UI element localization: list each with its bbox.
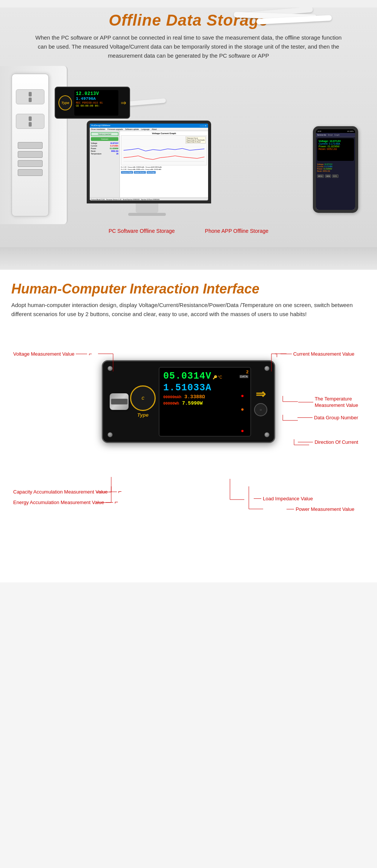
phone-status-bar: 12:00 4G 100% bbox=[316, 129, 355, 133]
chart-title: Voltage Current Graph bbox=[121, 132, 207, 134]
screw-br bbox=[264, 432, 270, 437]
lcd-power: 7.5990W bbox=[182, 400, 203, 406]
data-group-num: 2 bbox=[246, 370, 248, 374]
data-badge: DATA bbox=[239, 375, 248, 378]
screw-bl bbox=[107, 432, 113, 437]
serial-number: Serial Number 00000003 bbox=[123, 199, 139, 200]
annotation-diagram: Voltage Measurement Value ⌐ ┐ Current Me… bbox=[11, 330, 366, 575]
temp-row: Temperature 26 bbox=[91, 153, 118, 155]
voltage-line bbox=[76, 354, 87, 354]
pc-titlebar: RuiDengUSBMeter — □ ✕ bbox=[90, 124, 208, 128]
power-row: Power 01.8296W bbox=[91, 147, 118, 150]
lcd-voltage: 05.0314V bbox=[163, 371, 211, 382]
current-annotation-text: Current Measurement Value bbox=[293, 351, 354, 357]
data-group-annotation-text: Data Group Number bbox=[314, 415, 358, 420]
data-group-annotation: Data Group Number bbox=[297, 415, 358, 420]
pc-offline-label: PC Software Offline Storage bbox=[109, 228, 175, 234]
direction-arrow: ⇒ bbox=[256, 387, 266, 401]
energy-annotation-text: Energy Accumulation Measurement Value bbox=[13, 500, 104, 505]
current-line bbox=[280, 354, 292, 354]
direction-arrow-area: ⇒ ○ bbox=[254, 387, 267, 416]
device-logo-c: C bbox=[141, 396, 144, 400]
pc-left-panel: Device inserted Connect Voltage 10.6712V… bbox=[90, 131, 120, 197]
section-divider bbox=[0, 247, 377, 270]
pc-status-bar: Product Model TC66 Firmware Version 1.10… bbox=[90, 197, 208, 200]
chart-area: Clearance Curve Export Data To Thumbnail… bbox=[121, 135, 207, 165]
hci-title: Human-Computer Interaction Interface bbox=[11, 281, 366, 297]
mah-resistance-row: 00000mAh 3.3388Ω bbox=[163, 394, 247, 400]
impedance-annotation: Load Impedance Value bbox=[254, 496, 313, 501]
current-row: 1.51033A bbox=[163, 382, 247, 393]
voltage-annotation: Voltage Measurement Value ⌐ bbox=[13, 351, 92, 357]
small-line3: REC PERIOD:01S 01 bbox=[76, 101, 117, 104]
temp-c: °C bbox=[218, 375, 222, 379]
phone-offline-label: Phone APP Offline Storage bbox=[205, 228, 268, 234]
voltage-row: 05.0314V 🔑 °C bbox=[163, 371, 247, 382]
screw-tr bbox=[264, 366, 270, 371]
impedance-annotation-text: Load Impedance Value bbox=[263, 496, 313, 501]
temp-annotation: The TemperatureMeasurement Value bbox=[298, 396, 358, 409]
lcd-current: 1.51033A bbox=[163, 382, 211, 393]
screw-tl bbox=[107, 366, 113, 371]
lcd-wh: 00000Wh bbox=[163, 402, 179, 406]
badges-area: 2 DATA bbox=[239, 370, 248, 378]
firmware-version: Firmware Version 1.10 bbox=[106, 199, 121, 200]
power-annotation-text: Power Measurement Value bbox=[296, 506, 354, 512]
wh-power-row: 00000Wh 7.5990W bbox=[163, 400, 247, 406]
monitor-base bbox=[128, 213, 166, 216]
hci-description: Adopt human-computer interaction design,… bbox=[11, 301, 366, 319]
usb-tester-small: Type 12.0213V 1.49796A REC PERIOD:01S 01… bbox=[55, 87, 130, 119]
key-icon: 🔑 bbox=[213, 375, 217, 379]
current-row: Current 0.17148A bbox=[91, 145, 118, 147]
num-runs: Number Of Runs 00000346 bbox=[141, 199, 159, 200]
red-indicator2 bbox=[241, 430, 244, 432]
current-annotation: ┐ Current Measurement Value bbox=[275, 351, 354, 357]
right-button[interactable]: ○ bbox=[254, 403, 267, 416]
pc-window-controls: — □ ✕ bbox=[200, 124, 207, 127]
phone-mini-display: Voltage: 10.6712V Current: 0.17148A Powe… bbox=[317, 138, 354, 161]
direction-annotation-text: Direction Of Current bbox=[314, 439, 358, 445]
monitor-stand bbox=[136, 203, 158, 213]
red-indicator bbox=[241, 395, 244, 397]
energy-annotation: Energy Accumulation Measurement Value ⌐ bbox=[13, 499, 118, 506]
device-type-label: Type bbox=[137, 412, 149, 418]
lcd-resistance: 3.3388Ω bbox=[184, 394, 205, 400]
lcd-mah: 00000mAh bbox=[163, 395, 181, 399]
capacity-annotation-text: Capacity Accumulation Measurement Value bbox=[13, 489, 108, 495]
offline-labels: PC Software Offline Storage Phone APP Of… bbox=[0, 224, 377, 240]
orange-indicator bbox=[241, 408, 244, 411]
pc-monitor: RuiDengUSBMeter — □ ✕ Driver installatio… bbox=[87, 121, 207, 216]
pc-menubar: Driver installation Firmware upgrade Sof… bbox=[90, 128, 208, 131]
device-status: Device inserted bbox=[91, 132, 118, 136]
phone-device: 12:00 4G 100% Service list Smart Graph V… bbox=[313, 126, 358, 213]
capacity-annotation: Capacity Accumulation Measurement Value … bbox=[13, 488, 122, 495]
voltage-row: Voltage 10.6712V bbox=[91, 142, 118, 144]
resin-row: Resin 0062.2Ω bbox=[91, 150, 118, 152]
pc-app-name: RuiDengUSBMeter bbox=[91, 124, 110, 127]
offline-description: When the PC software or APP cannot be co… bbox=[0, 31, 377, 66]
product-model: Product Model TC66 bbox=[91, 199, 105, 200]
voltage-annotation-text: Voltage Measurement Value bbox=[13, 351, 74, 357]
section-offline: Offline Data Storage When the PC softwar… bbox=[0, 0, 377, 247]
small-line4: CE 00:00:00 00: bbox=[76, 104, 117, 107]
section-hci: Human-Computer Interaction Interface Ado… bbox=[0, 270, 377, 582]
usb-meter-large: C Type 05.0314V 🔑 °C 1.51033A bbox=[102, 360, 275, 443]
power-annotation: Power Measurement Value bbox=[287, 506, 354, 512]
lcd-screen: 05.0314V 🔑 °C 1.51033A 00000mAh 3.3388Ω bbox=[159, 367, 251, 437]
phone-app-header: Service list Smart Graph bbox=[316, 133, 355, 137]
small-voltage: 12.0213V bbox=[76, 91, 117, 96]
connect-button[interactable]: Connect bbox=[91, 137, 118, 141]
device-logo-area: C Type bbox=[130, 385, 156, 418]
usb-connector bbox=[110, 393, 129, 410]
temp-annotation-text: The TemperatureMeasurement Value bbox=[315, 396, 358, 409]
pc-chart-panel: Voltage Current Graph bbox=[120, 131, 208, 197]
small-current: 1.49796A bbox=[76, 96, 117, 101]
direction-annotation: Direction Of Current bbox=[298, 439, 358, 445]
